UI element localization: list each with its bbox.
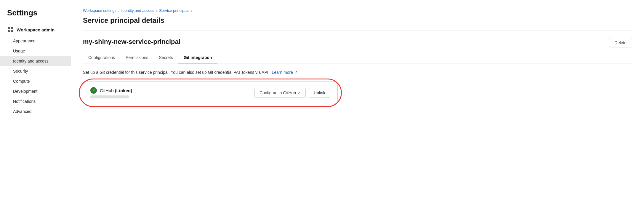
configure-external-icon: ↗ (298, 91, 301, 95)
github-label: GitHub (Linked) (100, 88, 132, 93)
workspace-section: Workspace admin Appearance Usage Identit… (0, 23, 71, 116)
workspace-admin-label: Workspace admin (17, 27, 55, 32)
git-card-actions: Configure in GitHub ↗ Unlink (254, 88, 330, 98)
git-subtitle-redacted (90, 95, 129, 98)
breadcrumb-workspace-settings[interactable]: Workspace settings (83, 8, 116, 13)
svg-rect-2 (8, 30, 10, 32)
tab-git-integration[interactable]: Git integration (178, 52, 217, 63)
learn-more-link[interactable]: Learn more ↗ (272, 70, 297, 75)
main-content: Workspace settings › Identity and access… (71, 0, 644, 214)
workspace-admin-item[interactable]: Workspace admin (0, 23, 71, 36)
tabs: Configurations Permissions Secrets Git i… (83, 52, 632, 63)
svg-rect-0 (8, 27, 10, 29)
breadcrumb-sep-3: › (191, 8, 192, 13)
git-card-left: ✓ GitHub (Linked) (90, 87, 132, 98)
sidebar-item-security[interactable]: Security (0, 66, 71, 76)
linked-check-icon: ✓ (90, 87, 97, 94)
workspace-icon (7, 26, 14, 33)
breadcrumb-identity-and-access[interactable]: Identity and access (121, 8, 154, 13)
git-card-title: ✓ GitHub (Linked) (90, 87, 132, 94)
unlink-button[interactable]: Unlink (309, 88, 330, 98)
settings-title: Settings (0, 8, 71, 23)
svg-rect-1 (11, 27, 13, 29)
sidebar-item-compute[interactable]: Compute (0, 76, 71, 86)
sidebar-item-usage[interactable]: Usage (0, 46, 71, 56)
svg-rect-3 (11, 30, 13, 32)
configure-github-button[interactable]: Configure in GitHub ↗ (254, 88, 306, 98)
git-card-wrapper: ✓ GitHub (Linked) Configure in GitHub ↗ … (83, 82, 338, 104)
sp-name: my-shiny-new-service-principal (83, 38, 180, 46)
tab-configurations[interactable]: Configurations (83, 52, 120, 63)
page-title: Service principal details (83, 16, 632, 31)
sidebar-item-notifications[interactable]: Notifications (0, 96, 71, 106)
git-card: ✓ GitHub (Linked) Configure in GitHub ↗ … (83, 82, 338, 104)
breadcrumb: Workspace settings › Identity and access… (83, 8, 632, 13)
sidebar-item-advanced[interactable]: Advanced (0, 106, 71, 116)
tab-permissions[interactable]: Permissions (120, 52, 153, 63)
git-description: Set up a Git credential for this service… (83, 69, 632, 76)
sp-header: my-shiny-new-service-principal Delete (83, 38, 632, 47)
external-link-icon: ↗ (294, 70, 298, 75)
sidebar-item-development[interactable]: Development (0, 86, 71, 96)
sidebar: Settings Workspace admin Appearance Usag… (0, 0, 71, 214)
breadcrumb-sep-1: › (118, 8, 119, 13)
breadcrumb-service-principals[interactable]: Service principals (159, 8, 189, 13)
sidebar-item-appearance[interactable]: Appearance (0, 36, 71, 46)
tab-secrets[interactable]: Secrets (154, 52, 178, 63)
breadcrumb-sep-2: › (156, 8, 157, 13)
sidebar-item-identity-and-access[interactable]: Identity and access (0, 56, 71, 66)
delete-button[interactable]: Delete (609, 38, 632, 47)
